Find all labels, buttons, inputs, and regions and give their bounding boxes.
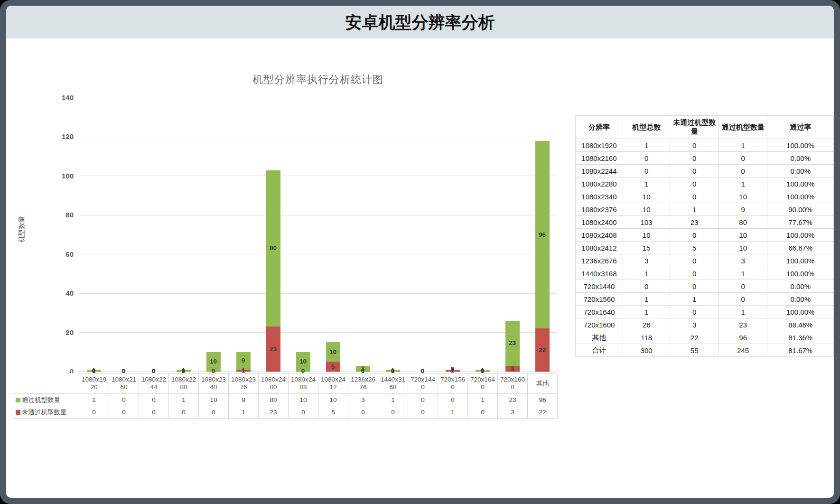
bar-value-label: 96 (527, 231, 557, 239)
table-cell: 100.00% (767, 306, 834, 318)
table-cell: 0 (670, 177, 719, 190)
table-cell: 3 (719, 254, 767, 267)
table-cell: 100.00% (767, 254, 834, 267)
bar-value-label: 3 (348, 364, 378, 373)
series-value-cell: 0 (109, 406, 139, 419)
table-cell: 1 (719, 306, 767, 318)
table-cell: 1080x1920 (576, 139, 623, 152)
x-axis-label: 1080x2376 (229, 373, 259, 394)
gridline (79, 215, 557, 215)
x-axis-label: 1080x2340 (199, 373, 229, 394)
series-value-cell: 3 (348, 394, 378, 406)
summary-table-body: 1080x1920101100.00%1080x21600000.00%1080… (576, 139, 834, 357)
y-tick-label: 80 (19, 211, 74, 219)
table-cell: 55 (670, 344, 719, 357)
y-tick-label: 60 (19, 250, 74, 259)
series-value-cell: 1 (438, 406, 468, 419)
table-cell: 103 (623, 216, 670, 229)
summary-header-cell: 机型总数 (623, 116, 670, 139)
report-body: 安卓机型分辨率分析 机型分辨率执行分析统计图 机型数量 020406080100… (6, 6, 834, 498)
table-cell: 23 (670, 216, 719, 229)
table-cell: 118 (623, 331, 670, 344)
series-value-cell: 23 (259, 406, 289, 419)
table-cell: 1440x3168 (576, 267, 623, 280)
y-axis-ticks: 020406080100120140 (19, 98, 74, 372)
table-cell: 10 (623, 203, 670, 216)
table-cell: 0.00% (767, 293, 834, 306)
series-value-cell: 0 (408, 406, 438, 419)
table-cell: 90.00% (767, 203, 834, 216)
x-axis-label-row: 1080x19201080x21601080x22441080x22801080… (13, 373, 558, 394)
x-axis-label: 1080x2244 (139, 373, 169, 394)
table-cell: 80 (719, 216, 767, 229)
gridline (79, 332, 557, 333)
table-row: 1080x21600000.00% (576, 152, 834, 165)
x-axis-label: 1080x1920 (79, 373, 109, 394)
series-value-cell: 0 (468, 406, 498, 419)
table-cell: 1080x2400 (576, 216, 623, 229)
series-value-cell: 1 (169, 394, 199, 406)
y-tick-label: 40 (19, 289, 74, 298)
table-row: 1440x3168101100.00% (576, 267, 834, 280)
bar-value-label: 22 (527, 346, 557, 355)
table-row: 720x16002632388.46% (576, 318, 834, 331)
table-cell: 26 (623, 318, 670, 331)
table-cell: 1236x2676 (576, 254, 623, 267)
table-cell: 100.00% (767, 229, 834, 242)
table-cell: 96 (719, 331, 767, 344)
table-cell: 100.00% (767, 190, 834, 203)
bar-value-label: 3 (497, 364, 527, 373)
table-cell: 1 (670, 203, 719, 216)
table-cell: 1 (719, 267, 767, 280)
chart-title: 机型分辨率执行分析统计图 (79, 73, 557, 87)
x-axis-label: 1080x2412 (318, 373, 348, 394)
window-frame: 安卓机型分辨率分析 机型分辨率执行分析统计图 机型数量 020406080100… (0, 0, 840, 504)
summary-table: 分辨率机型总数未通过机型数量通过机型数量通过率 1080x1920101100.… (575, 115, 834, 357)
table-cell: 10 (623, 190, 670, 203)
series-value-cell: 0 (79, 406, 109, 419)
table-cell: 0 (670, 190, 719, 203)
page-title: 安卓机型分辨率分析 (6, 6, 834, 38)
series-value-cell: 1 (468, 394, 498, 406)
x-axis-label: 其他 (528, 373, 558, 394)
table-cell: 9 (719, 203, 767, 216)
series-value-cell: 0 (438, 394, 468, 406)
table-cell: 66.67% (767, 242, 834, 254)
table-cell: 1 (670, 293, 719, 306)
table-cell: 0 (719, 152, 767, 165)
legend-cell: 通过机型数量 (13, 394, 79, 406)
legend-label: 通过机型数量 (22, 396, 60, 403)
table-cell: 0.00% (767, 280, 834, 293)
x-axis-label: 1080x2408 (289, 373, 318, 394)
table-cell: 0 (670, 152, 719, 165)
bar-value-label: 10 (288, 357, 318, 366)
table-cell: 1080x2244 (576, 165, 623, 177)
table-row: 720x15601100.00% (576, 293, 834, 306)
table-cell: 1 (623, 293, 670, 306)
table-row: 720x1640101100.00% (576, 306, 834, 318)
series-value-cell: 0 (139, 406, 169, 419)
table-cell: 300 (623, 344, 670, 357)
table-cell: 0.00% (767, 165, 834, 177)
table-cell: 100.00% (767, 139, 834, 152)
table-row: 1080x2280101100.00% (576, 177, 834, 190)
table-cell: 88.46% (767, 318, 834, 331)
series-value-row: 通过机型数量1001109801010310012396 (13, 394, 558, 406)
table-cell: 0 (719, 293, 767, 306)
series-value-cell: 0 (289, 406, 318, 419)
series-value-cell: 0 (109, 394, 139, 406)
series-value-cell: 1 (378, 394, 408, 406)
table-cell: 81.67% (767, 344, 834, 357)
table-row: 1080x2376101990.00% (576, 203, 834, 216)
table-row: 1080x2400103238077.67% (576, 216, 834, 229)
table-cell: 1080x2280 (576, 177, 623, 190)
bar-value-label: 23 (258, 345, 288, 354)
table-cell: 0 (623, 280, 670, 293)
table-cell: 0 (623, 165, 670, 177)
table-cell: 720x1560 (576, 293, 623, 306)
table-cell: 77.67% (767, 216, 834, 229)
corner-cell (13, 373, 79, 394)
table-cell: 0 (670, 254, 719, 267)
table-cell: 100.00% (767, 177, 834, 190)
table-cell: 100.00% (767, 267, 834, 280)
